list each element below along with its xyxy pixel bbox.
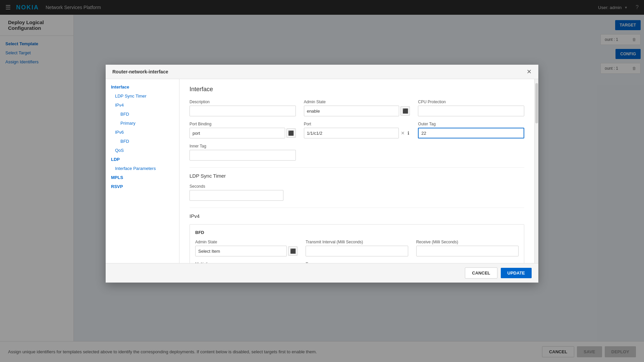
port-binding-icon-btn[interactable]: ⬛ xyxy=(286,128,296,138)
port-input-row: ✕ ℹ xyxy=(304,128,410,138)
ipv4-title: IPv4 xyxy=(190,207,524,219)
port-input[interactable] xyxy=(304,128,399,138)
port-binding-label: Port Binding xyxy=(190,122,296,126)
interface-section-title: Interface xyxy=(190,86,524,93)
bfd-admin-state-icon-btn[interactable]: ⬛ xyxy=(288,246,298,256)
modal-dialog: Router-network-interface ✕ Interface LDP… xyxy=(106,65,538,283)
admin-state-input-row: enable disable ⬛ xyxy=(304,106,410,116)
sidebar-item-ldp[interactable]: LDP xyxy=(106,155,179,164)
bfd-form: Admin State Select Item ⬛ Transmit Inter… xyxy=(195,240,519,263)
sidebar-item-ipv4[interactable]: IPv4 xyxy=(106,101,179,110)
admin-state-select[interactable]: enable disable xyxy=(304,106,399,116)
modal-title: Router-network-interface xyxy=(112,69,168,74)
modal-body: Interface LDP Sync Timer IPv4 BFD Primar… xyxy=(106,79,538,263)
outer-tag-group: Outer Tag xyxy=(418,122,524,138)
transmit-interval-input[interactable] xyxy=(306,246,408,256)
interface-form: Description Admin State enable disable ⬛ xyxy=(190,100,524,161)
admin-state-icon-btn[interactable]: ⬛ xyxy=(400,106,410,116)
scrollbar-thumb[interactable] xyxy=(535,83,538,123)
outer-tag-label: Outer Tag xyxy=(418,122,524,126)
sidebar-item-interface[interactable]: Interface xyxy=(106,82,179,92)
inner-tag-label: Inner Tag xyxy=(190,144,296,148)
sidebar-item-bfd2[interactable]: BFD xyxy=(106,137,179,146)
port-binding-group: Port Binding port lag none ⬛ xyxy=(190,122,296,138)
sidebar-item-ldp-sync-timer[interactable]: LDP Sync Timer xyxy=(106,92,179,101)
inner-tag-input[interactable] xyxy=(190,150,296,161)
modal-header: Router-network-interface ✕ xyxy=(106,65,538,79)
receive-input[interactable] xyxy=(416,246,519,256)
transmit-interval-label: Transmit Interval (Milli Seconds) xyxy=(306,240,408,244)
port-info-btn[interactable]: ℹ xyxy=(407,130,410,136)
port-group: Port ✕ ℹ xyxy=(304,122,410,138)
modal-close-icon[interactable]: ✕ xyxy=(527,69,532,75)
bfd-admin-state-label: Admin State xyxy=(195,240,298,244)
sidebar-item-interface-params[interactable]: Interface Parameters xyxy=(106,164,179,173)
sidebar-item-bfd[interactable]: BFD xyxy=(106,110,179,119)
modal-update-button[interactable]: UPDATE xyxy=(501,268,532,278)
seconds-group: Seconds xyxy=(190,184,290,201)
inner-tag-group: Inner Tag xyxy=(190,144,296,161)
ldp-sync-timer-form: Seconds xyxy=(190,184,290,201)
cpu-protection-group: CPU Protection xyxy=(418,100,524,116)
sidebar-item-ipv6[interactable]: IPv6 xyxy=(106,128,179,137)
sidebar-item-rsvp[interactable]: RSVP xyxy=(106,182,179,191)
cpu-protection-input[interactable] xyxy=(418,106,524,116)
seconds-label: Seconds xyxy=(190,184,290,189)
description-input[interactable] xyxy=(190,106,296,116)
ipv4-section: IPv4 BFD Admin State Select Item ⬛ xyxy=(190,207,524,263)
transmit-interval-group: Transmit Interval (Milli Seconds) xyxy=(306,240,408,256)
receive-group: Receive (Milli Seconds) xyxy=(416,240,519,256)
modal-footer: CANCEL UPDATE xyxy=(106,263,538,283)
admin-state-group: Admin State enable disable ⬛ xyxy=(304,100,410,116)
modal-sidebar: Interface LDP Sync Timer IPv4 BFD Primar… xyxy=(106,79,179,263)
ldp-sync-timer-title: LDP Sync Timer xyxy=(190,167,524,179)
bfd-box: BFD Admin State Select Item ⬛ xyxy=(190,224,524,263)
bfd-title: BFD xyxy=(195,230,519,235)
port-clear-btn[interactable]: ✕ xyxy=(400,130,406,136)
port-binding-input-row: port lag none ⬛ xyxy=(190,128,296,138)
bfd-admin-state-select[interactable]: Select Item xyxy=(195,246,287,256)
modal-cancel-button[interactable]: CANCEL xyxy=(465,267,497,279)
sidebar-item-mpls[interactable]: MPLS xyxy=(106,173,179,182)
scrollbar[interactable] xyxy=(534,79,538,263)
receive-label: Receive (Milli Seconds) xyxy=(416,240,519,244)
modal-main-content: Interface Description Admin State enable… xyxy=(179,79,534,263)
sidebar-item-qos[interactable]: QoS xyxy=(106,146,179,155)
seconds-input[interactable] xyxy=(190,190,283,201)
port-binding-select[interactable]: port lag none xyxy=(190,128,285,138)
sidebar-item-primary[interactable]: Primary xyxy=(106,119,179,128)
description-group: Description xyxy=(190,100,296,116)
description-label: Description xyxy=(190,100,296,104)
outer-tag-input[interactable] xyxy=(418,128,524,138)
ldp-sync-timer-section: LDP Sync Timer Seconds xyxy=(190,167,524,201)
port-label: Port xyxy=(304,122,410,126)
cpu-protection-label: CPU Protection xyxy=(418,100,524,104)
admin-state-label: Admin State xyxy=(304,100,410,104)
bfd-admin-state-group: Admin State Select Item ⬛ xyxy=(195,240,298,256)
bfd-admin-state-row: Select Item ⬛ xyxy=(195,246,298,256)
